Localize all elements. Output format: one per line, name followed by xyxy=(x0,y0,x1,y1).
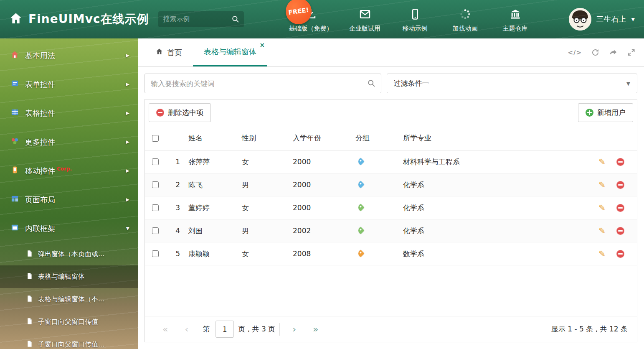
col-header-group[interactable]: 分组 xyxy=(355,133,403,143)
row-checkbox[interactable] xyxy=(152,204,159,211)
chevron-down-icon: ▼ xyxy=(126,226,129,231)
col-header-gender[interactable]: 性别 xyxy=(242,133,293,143)
app-title: FineUIMvc在线示例 xyxy=(28,11,149,27)
tab-content: 过滤条件一 ▼ 删除选中项 新增用户 xyxy=(138,67,644,349)
sidebar-subitem-popup-window[interactable]: 弹出窗体（本页面或... xyxy=(0,243,138,265)
page-number-input[interactable] xyxy=(216,321,234,338)
add-user-button[interactable]: 新增用户 xyxy=(578,103,633,122)
fullscreen-icon[interactable] xyxy=(627,48,636,57)
major-link[interactable]: 材料科学与工程系 xyxy=(403,158,460,166)
sidebar-menu: 基本用法 ▶ 表单控件 ▶ 表格控件 ▶ 更多控件 ▶ xyxy=(0,38,138,243)
major-link[interactable]: 化学系 xyxy=(403,181,424,189)
next-page-button[interactable]: › xyxy=(284,325,304,334)
gender-cell: 男 xyxy=(242,180,293,190)
file-icon xyxy=(26,273,33,281)
row-number: 4 xyxy=(166,227,188,235)
cluster-icon xyxy=(11,137,19,147)
sidebar-subitem-child-to-parent-2[interactable]: 子窗口向父窗口传值... xyxy=(0,333,138,349)
row-checkbox[interactable] xyxy=(152,181,159,188)
major-link[interactable]: 数学系 xyxy=(403,250,424,258)
sidebar-item-grid-controls[interactable]: 表格控件 ▶ xyxy=(0,99,138,127)
user-menu[interactable]: 三生石上 ▼ xyxy=(569,8,635,31)
sidebar-subitem-grid-edit-window[interactable]: 表格与编辑窗体 xyxy=(0,265,138,288)
keyword-search xyxy=(145,74,381,93)
row-checkbox[interactable] xyxy=(152,250,159,257)
record-summary: 显示 1 - 5 条 , 共 12 条 xyxy=(551,324,628,334)
edit-icon[interactable]: ✎ xyxy=(598,250,606,258)
edit-icon[interactable]: ✎ xyxy=(598,204,606,212)
col-header-year[interactable]: 入学年份 xyxy=(293,133,355,143)
table-row: 1 张萍萍 女 2000 材料科学与工程系 ✎ xyxy=(145,150,637,173)
nav-theme-repo[interactable]: 主题仓库 xyxy=(497,6,533,33)
chevron-right-icon: ▶ xyxy=(126,110,129,116)
mobile-icon xyxy=(11,166,19,176)
bank-icon xyxy=(510,8,521,22)
sidebar-subitem-child-to-parent[interactable]: 子窗口向父窗口传值 xyxy=(0,311,138,333)
refresh-icon[interactable] xyxy=(591,48,600,57)
avatar xyxy=(569,8,591,31)
file-icon xyxy=(26,295,33,304)
row-checkbox[interactable] xyxy=(152,227,159,234)
search-icon[interactable] xyxy=(231,15,240,25)
filter-dropdown[interactable]: 过滤条件一 ▼ xyxy=(387,74,638,93)
sidebar-item-iframe[interactable]: 内联框架 ▼ xyxy=(0,214,138,243)
year-cell: 2000 xyxy=(293,181,355,189)
sidebar-item-basic-usage[interactable]: 基本用法 ▶ xyxy=(0,41,138,70)
brand[interactable]: FineUIMvc在线示例 xyxy=(9,11,149,27)
first-page-button[interactable]: « xyxy=(154,325,176,334)
nav-enterprise-trial[interactable]: 企业版试用 xyxy=(347,6,383,33)
last-page-button[interactable]: » xyxy=(304,325,327,334)
chevron-right-icon: ▶ xyxy=(126,197,129,202)
tag-icon xyxy=(357,204,364,211)
table-row: 2 陈飞 男 2000 化学系 ✎ xyxy=(145,173,637,196)
prev-page-button[interactable]: ‹ xyxy=(176,325,197,334)
col-header-major[interactable]: 所学专业 xyxy=(403,133,590,143)
edit-icon[interactable]: ✎ xyxy=(598,227,606,235)
delete-row-icon[interactable] xyxy=(616,158,624,166)
tab-grid-edit-window[interactable]: 表格与编辑窗体 × xyxy=(193,38,267,66)
nav-mobile-demo[interactable]: 移动示例 xyxy=(397,6,433,33)
table-icon xyxy=(11,108,19,118)
row-checkbox[interactable] xyxy=(152,158,159,165)
nav-loading-animation[interactable]: 加载动画 xyxy=(447,6,483,33)
share-icon[interactable] xyxy=(609,48,618,57)
row-number: 5 xyxy=(166,250,188,258)
loading-icon xyxy=(459,8,471,22)
major-link[interactable]: 化学系 xyxy=(403,204,424,212)
delete-row-icon[interactable] xyxy=(616,250,624,258)
tab-home[interactable]: 首页 xyxy=(145,38,193,66)
gender-cell: 男 xyxy=(242,226,293,236)
col-header-name[interactable]: 姓名 xyxy=(188,133,242,143)
search-icon[interactable] xyxy=(367,79,376,89)
sidebar-item-mobile-controls[interactable]: 移动控件Corp. ▶ xyxy=(0,156,138,185)
edit-icon[interactable]: ✎ xyxy=(598,158,606,166)
select-all-checkbox[interactable] xyxy=(152,135,159,142)
source-code-icon[interactable]: </> xyxy=(568,49,582,56)
chevron-right-icon: ▶ xyxy=(126,82,129,87)
gender-cell: 女 xyxy=(242,157,293,167)
major-link[interactable]: 化学系 xyxy=(403,227,424,235)
top-header: FineUIMvc在线示例 FREE! 基础版（免费） 企业版试用 xyxy=(0,0,644,38)
close-icon[interactable]: × xyxy=(259,42,265,48)
tag-icon xyxy=(357,158,364,165)
delete-row-icon[interactable] xyxy=(616,181,624,189)
sidebar-subitem-grid-edit-window-2[interactable]: 表格与编辑窗体（不... xyxy=(0,288,138,311)
sidebar-item-page-layout[interactable]: 页面布局 ▶ xyxy=(0,185,138,214)
keyword-search-input[interactable] xyxy=(145,74,381,93)
delete-row-icon[interactable] xyxy=(616,204,624,212)
table-row: 3 董婷婷 女 2000 化学系 ✎ xyxy=(145,196,637,219)
delete-row-icon[interactable] xyxy=(616,227,624,235)
chevron-right-icon: ▶ xyxy=(126,168,129,173)
page-label-suffix: 页 , 共 3 页 xyxy=(238,324,275,334)
chevron-right-icon: ▶ xyxy=(126,139,129,145)
tag-icon xyxy=(357,250,364,257)
sidebar-item-form-controls[interactable]: 表单控件 ▶ xyxy=(0,70,138,99)
edit-icon[interactable]: ✎ xyxy=(598,181,606,189)
gender-cell: 女 xyxy=(242,203,293,213)
sidebar-item-more-controls[interactable]: 更多控件 ▶ xyxy=(0,127,138,156)
minus-circle-icon xyxy=(156,109,164,117)
user-name: 三生石上 xyxy=(596,14,626,24)
delete-selected-button[interactable]: 删除选中项 xyxy=(149,103,211,122)
table-row: 5 康颖颖 女 2008 数学系 ✎ xyxy=(145,242,637,265)
header-search xyxy=(158,11,244,27)
